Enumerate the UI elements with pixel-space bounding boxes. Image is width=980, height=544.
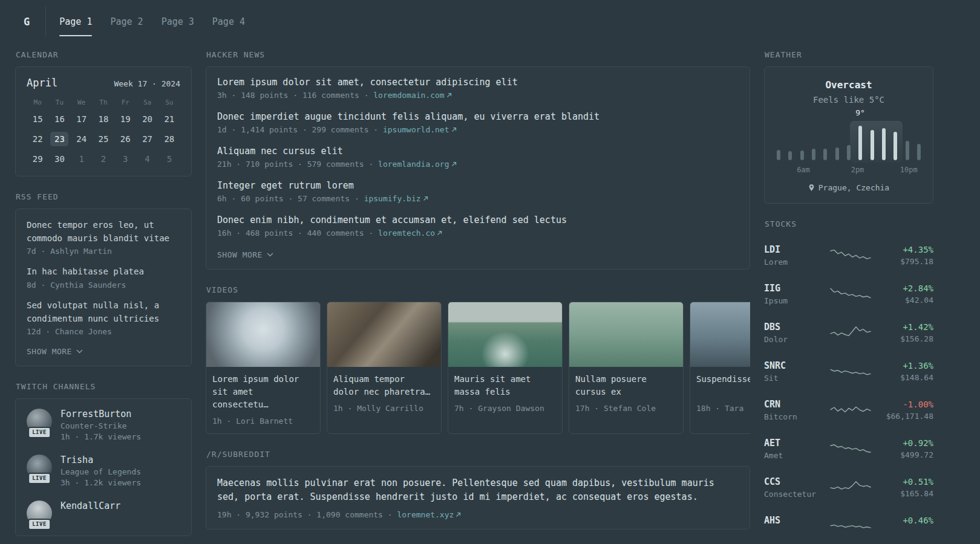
weather-time-axis: 6am 2pm 10pm (776, 166, 922, 175)
stock-sparkline (821, 402, 880, 418)
stock-name: Ipsum (764, 296, 821, 305)
rss-item: Donec tempor eros leo, ut commodo mauris… (27, 219, 180, 256)
location-pin-icon (808, 184, 815, 192)
rss-item-title[interactable]: Sed volutpat nulla nisl, a condimentum n… (27, 299, 180, 325)
hn-story: Donec enim nibh, condimentum et accumsan… (217, 215, 739, 238)
tab-page-4[interactable]: Page 4 (212, 7, 245, 36)
stock-row[interactable]: IIG Ipsum +2.84% $42.04 (764, 274, 933, 313)
dashboard-content: CALENDAR April Week 17 · 2024 Mo Tu We T… (0, 36, 980, 544)
section-title-stocks: STOCKS (765, 219, 933, 228)
hn-story-title[interactable]: Donec imperdiet augue tincidunt felis al… (217, 111, 739, 122)
hn-story-domain-link[interactable]: ipsumworld.net (383, 125, 457, 134)
rss-item: Sed volutpat nulla nisl, a condimentum n… (27, 299, 180, 336)
twitch-channel-name[interactable]: Trisha (60, 455, 141, 465)
twitch-channel-row[interactable]: LIVE KendallCarr (27, 500, 180, 526)
hackernews-widget: HACKER NEWS Lorem ipsum dolor sit amet, … (206, 50, 750, 270)
video-card[interactable]: Suspendisse diam 18h · Tara (690, 302, 750, 434)
weather-location-text: Prague, Czechia (818, 183, 889, 192)
video-thumbnail (206, 302, 320, 367)
calendar-day: 19 (116, 112, 134, 126)
tab-page-3[interactable]: Page 3 (162, 7, 194, 36)
section-title-rss: RSS FEED (16, 192, 192, 201)
stock-sparkline (821, 325, 880, 340)
reddit-post-stats: 19h · 9,932 points · 1,090 comments · (217, 510, 397, 519)
stock-row[interactable]: LDI Lorem +4.35% $795.18 (764, 236, 933, 274)
hn-story-domain-link[interactable]: loremtech.co (378, 228, 442, 238)
twitch-channel-row[interactable]: LIVE Trisha League of Legends 3h · 1.2k … (27, 455, 180, 489)
video-thumbnail (569, 302, 683, 367)
hn-story-meta: 16h · 468 points · 440 comments · loremt… (217, 228, 739, 238)
hn-story-title[interactable]: Lorem ipsum dolor sit amet, consectetur … (217, 77, 739, 88)
stock-ticker: LDI (764, 244, 821, 255)
rss-item-meta: 7d · Ashlyn Martin (27, 247, 180, 256)
video-title[interactable]: Mauris sit amet massa felis (454, 373, 556, 398)
calendar-card: April Week 17 · 2024 Mo Tu We Th Fr Sa S… (15, 66, 192, 176)
external-link-icon (456, 512, 461, 517)
rss-item-title[interactable]: In hac habitasse platea (27, 265, 180, 279)
reddit-post-title[interactable]: Maecenas mollis pulvinar erat non posuer… (217, 476, 739, 505)
video-title[interactable]: Lorem ipsum dolor sit amet consectetu… (212, 373, 314, 411)
external-link-icon (423, 196, 428, 201)
live-badge: LIVE (28, 427, 51, 438)
hn-story-domain-link[interactable]: loremdomain.com (373, 91, 451, 100)
weather-time-label: 10pm (900, 166, 918, 174)
stock-row[interactable]: AHS +0.46% (764, 507, 933, 544)
stock-change: +1.42% (880, 322, 933, 332)
video-card[interactable]: Mauris sit amet massa felis 7h · Grayson… (448, 302, 563, 434)
hn-story-domain-link[interactable]: loremlandia.org (378, 160, 456, 169)
stock-change: +0.92% (880, 438, 933, 448)
twitch-channel-row[interactable]: LIVE ForrestBurton Counter-Strike 1h · 1… (27, 409, 180, 443)
stock-change: +0.51% (880, 477, 933, 487)
weather-bar (893, 132, 897, 160)
hn-story: Donec imperdiet augue tincidunt felis al… (217, 111, 739, 134)
calendar-weekday: Th (99, 99, 107, 106)
video-meta: 7h · Grayson Dawson (454, 404, 556, 413)
tab-page-2[interactable]: Page 2 (110, 7, 143, 36)
video-thumbnail (448, 302, 562, 367)
subreddit-widget: /R/SUBREDDIT Maecenas mollis pulvinar er… (206, 450, 750, 529)
video-meta: 17h · Stefan Cole (575, 404, 677, 413)
live-badge: LIVE (28, 473, 51, 484)
stock-change: -1.00% (880, 400, 933, 409)
rss-show-more-button[interactable]: SHOW MORE (27, 346, 83, 356)
video-card[interactable]: Lorem ipsum dolor sit amet consectetu… 1… (206, 302, 321, 434)
hn-story-title[interactable]: Aliquam nec cursus elit (217, 146, 739, 157)
stock-price: $42.04 (880, 296, 933, 305)
app-logo: G (15, 7, 46, 36)
stock-row[interactable]: AET Amet +0.92% $499.72 (764, 429, 933, 468)
stock-name: Amet (764, 451, 821, 460)
video-title[interactable]: Nullam posuere cursus ex (575, 373, 677, 398)
weather-bar (823, 149, 827, 160)
stock-row[interactable]: SNRC Sit +1.36% $148.64 (764, 352, 933, 390)
stock-ticker: CCS (764, 476, 821, 487)
video-card[interactable]: Nullam posuere cursus ex 17h · Stefan Co… (569, 302, 684, 434)
middle-column: HACKER NEWS Lorem ipsum dolor sit amet, … (206, 50, 750, 544)
tab-page-1[interactable]: Page 1 (59, 7, 92, 36)
hn-story-domain-link[interactable]: ipsumify.biz (364, 194, 428, 203)
weather-feels-like: Feels like 5°C (776, 95, 922, 105)
calendar-day: 28 (160, 132, 178, 146)
calendar-weekday: Fr (122, 99, 129, 106)
rss-item: In hac habitasse platea 8d · Cynthia Sau… (27, 265, 180, 290)
twitch-channel-name[interactable]: KendallCarr (60, 500, 120, 511)
stock-row[interactable]: DBS Dolor +1.42% $156.28 (764, 313, 933, 352)
stock-row[interactable]: CCS Consectetur +0.51% $165.84 (764, 468, 933, 507)
calendar-day: 25 (94, 132, 113, 146)
video-card[interactable]: Aliquam tempor dolor nec pharetra… 1h · … (327, 302, 442, 434)
hn-story-title[interactable]: Integer eget rutrum lorem (217, 180, 739, 191)
weather-bar (917, 144, 921, 160)
hn-show-more-button[interactable]: SHOW MORE (217, 249, 273, 259)
video-thumbnail (327, 302, 441, 367)
stocks-list: LDI Lorem +4.35% $795.18 IIG Ipsum (764, 236, 933, 544)
video-title[interactable]: Suspendisse diam (696, 373, 750, 398)
video-title[interactable]: Aliquam tempor dolor nec pharetra… (333, 373, 435, 398)
right-column: WEATHER Overcast Feels like 5°C 9° 6am 2… (764, 50, 933, 544)
stock-row[interactable]: CRN Bitcorn -1.00% $66,171.48 (764, 390, 933, 429)
hn-story-title[interactable]: Donec enim nibh, condimentum et accumsan… (217, 215, 739, 225)
calendar-day: 15 (28, 112, 47, 126)
rss-item-title[interactable]: Donec tempor eros leo, ut commodo mauris… (27, 219, 180, 245)
reddit-post-meta: 19h · 9,932 points · 1,090 comments · lo… (217, 510, 739, 519)
reddit-post-domain-link[interactable]: loremnet.xyz (397, 510, 461, 519)
stock-ticker: CRN (764, 399, 821, 410)
twitch-channel-name[interactable]: ForrestBurton (60, 409, 141, 419)
